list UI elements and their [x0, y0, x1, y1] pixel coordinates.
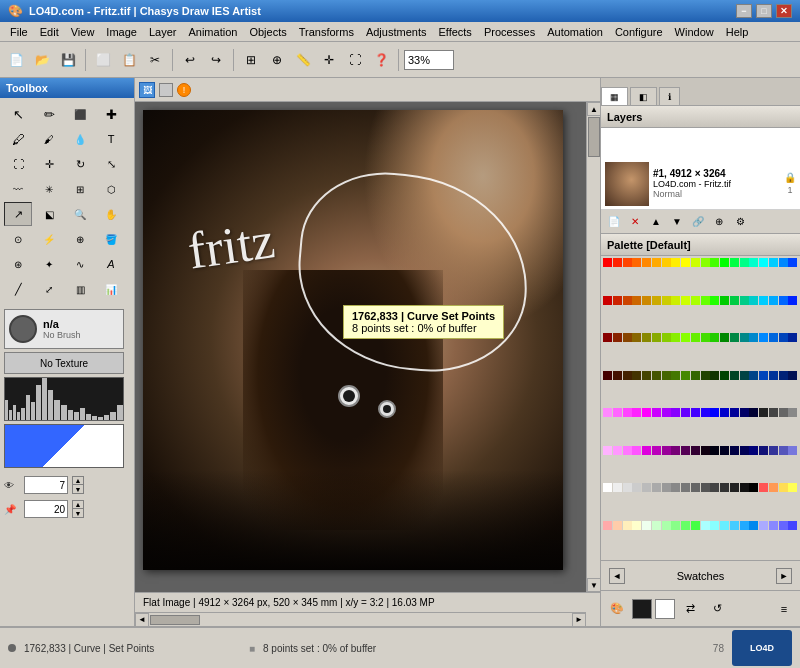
color-swatch-119[interactable] [788, 446, 797, 455]
color-swatch-124[interactable] [642, 483, 651, 492]
color-swatch-54[interactable] [740, 333, 749, 342]
color-swatch-2[interactable] [623, 258, 632, 267]
color-swatch-53[interactable] [730, 333, 739, 342]
open-button[interactable]: 📂 [30, 48, 54, 72]
color-swatch-147[interactable] [671, 521, 680, 530]
color-preview[interactable] [4, 424, 124, 468]
color-swatch-128[interactable] [681, 483, 690, 492]
color-swatch-63[interactable] [632, 371, 641, 380]
tool-scale[interactable]: ⤡ [97, 152, 125, 176]
color-swatch-152[interactable] [720, 521, 729, 530]
color-swatch-126[interactable] [662, 483, 671, 492]
scroll-thumb-v[interactable] [588, 117, 600, 157]
fullscreen-button[interactable]: ⛶ [343, 48, 367, 72]
color-swatch-144[interactable] [642, 521, 651, 530]
color-swatch-60[interactable] [603, 371, 612, 380]
menu-edit[interactable]: Edit [34, 25, 65, 39]
menu-automation[interactable]: Automation [541, 25, 609, 39]
color-swatch-96[interactable] [759, 408, 768, 417]
color-swatch-18[interactable] [779, 258, 788, 267]
color-swatch-43[interactable] [632, 333, 641, 342]
color-swatch-6[interactable] [662, 258, 671, 267]
color-swatch-135[interactable] [749, 483, 758, 492]
guide-button[interactable]: ✛ [317, 48, 341, 72]
menu-layer[interactable]: Layer [143, 25, 183, 39]
color-swatch-33[interactable] [730, 296, 739, 305]
color-swatch-22[interactable] [623, 296, 632, 305]
color-swatch-44[interactable] [642, 333, 651, 342]
tool-rotate[interactable]: ↻ [66, 152, 94, 176]
color-swatch-142[interactable] [623, 521, 632, 530]
color-swatch-113[interactable] [730, 446, 739, 455]
color-swatch-46[interactable] [662, 333, 671, 342]
tab-layers[interactable]: ▦ [601, 87, 628, 105]
color-swatch-122[interactable] [623, 483, 632, 492]
color-swatch-114[interactable] [740, 446, 749, 455]
color-swatch-134[interactable] [740, 483, 749, 492]
color-swatch-112[interactable] [720, 446, 729, 455]
zoom-input[interactable]: 33% [404, 50, 454, 70]
menu-animation[interactable]: Animation [182, 25, 243, 39]
color-swatch-16[interactable] [759, 258, 768, 267]
undo-button[interactable]: ↩ [178, 48, 202, 72]
color-swatch-74[interactable] [740, 371, 749, 380]
color-swatch-4[interactable] [642, 258, 651, 267]
scroll-right-button[interactable]: ► [572, 613, 586, 627]
layer-up-button[interactable]: ▲ [647, 213, 665, 231]
color-swatch-69[interactable] [691, 371, 700, 380]
color-swatch-129[interactable] [691, 483, 700, 492]
reset-colors-button[interactable]: ↺ [705, 597, 729, 621]
color-swatch-146[interactable] [662, 521, 671, 530]
color-swatch-118[interactable] [779, 446, 788, 455]
menu-configure[interactable]: Configure [609, 25, 669, 39]
color-swatch-99[interactable] [788, 408, 797, 417]
tool-pencil[interactable]: ✏ [35, 102, 63, 126]
color-swatch-59[interactable] [788, 333, 797, 342]
color-swatch-90[interactable] [701, 408, 710, 417]
color-swatch-31[interactable] [710, 296, 719, 305]
menu-effects[interactable]: Effects [432, 25, 477, 39]
color-swatch-140[interactable] [603, 521, 612, 530]
color-swatch-84[interactable] [642, 408, 651, 417]
color-swatch-108[interactable] [681, 446, 690, 455]
tool-line[interactable]: ╱ [4, 277, 32, 301]
color-swatch-81[interactable] [613, 408, 622, 417]
color-swatch-48[interactable] [681, 333, 690, 342]
layer-settings-button[interactable]: ⚙ [731, 213, 749, 231]
color-swatch-32[interactable] [720, 296, 729, 305]
color-swatch-57[interactable] [769, 333, 778, 342]
scrollbar-vertical[interactable]: ▲ ▼ [586, 102, 600, 592]
color-swatch-101[interactable] [613, 446, 622, 455]
color-swatch-50[interactable] [701, 333, 710, 342]
menu-processes[interactable]: Processes [478, 25, 541, 39]
color-swatch-145[interactable] [652, 521, 661, 530]
color-swatch-37[interactable] [769, 296, 778, 305]
tool-drop[interactable]: 💧 [66, 127, 94, 151]
tool-fill[interactable]: 🪣 [97, 227, 125, 251]
color-swatch-106[interactable] [662, 446, 671, 455]
color-swatch-66[interactable] [662, 371, 671, 380]
menu-file[interactable]: File [4, 25, 34, 39]
tool-star[interactable]: ✳ [35, 177, 63, 201]
color-swatch-111[interactable] [710, 446, 719, 455]
color-swatch-92[interactable] [720, 408, 729, 417]
layer-new-button[interactable]: 📄 [605, 213, 623, 231]
color-picker-button[interactable]: 🎨 [605, 597, 629, 621]
color-swatch-15[interactable] [749, 258, 758, 267]
palette-options-button[interactable]: ≡ [772, 597, 796, 621]
color-swatch-21[interactable] [613, 296, 622, 305]
color-swatch-70[interactable] [701, 371, 710, 380]
grid-button[interactable]: ⊞ [239, 48, 263, 72]
color-swatch-103[interactable] [632, 446, 641, 455]
layer-link-button[interactable]: 🔗 [689, 213, 707, 231]
tool-num-2-input[interactable]: 20 [24, 500, 68, 518]
tool-brush[interactable]: 🖊 [4, 127, 32, 151]
color-swatch-5[interactable] [652, 258, 661, 267]
color-swatch-127[interactable] [671, 483, 680, 492]
color-swatch-104[interactable] [642, 446, 651, 455]
ruler-button[interactable]: 📏 [291, 48, 315, 72]
new-button[interactable]: 📄 [4, 48, 28, 72]
color-swatch-80[interactable] [603, 408, 612, 417]
tool-chart[interactable]: 📊 [97, 277, 125, 301]
color-swatch-42[interactable] [623, 333, 632, 342]
